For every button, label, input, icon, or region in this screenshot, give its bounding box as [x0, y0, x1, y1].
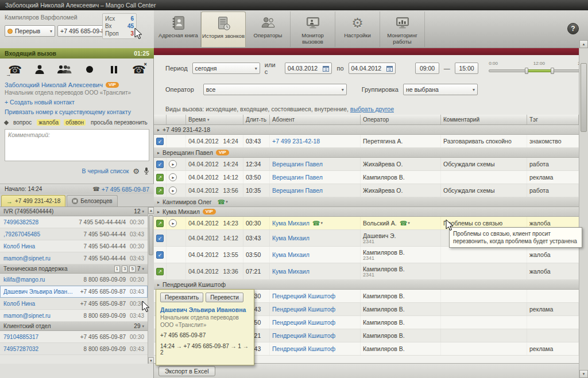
column-header-operator[interactable]: Оператор	[361, 115, 441, 124]
queue-scrollbar[interactable]: ▲ ▼	[148, 207, 154, 364]
queue-caller-link[interactable]: Колоб Нина	[3, 301, 73, 307]
history-row[interactable]: ↙04.04.201214:2403:43+7 499 231-42-18Пер…	[154, 135, 579, 148]
queue-row[interactable]: Колоб Нина7 495 540-44-4400:30	[0, 240, 148, 252]
queue-caller-link[interactable]: 74957287032	[3, 346, 73, 352]
history-row[interactable]: ↗04.04.201213:3607:21Кума МихаилКампиляр…	[154, 263, 579, 280]
transfer-button[interactable]: Перевести	[206, 293, 243, 302]
chevron-down-icon[interactable]: ▾	[142, 267, 144, 271]
scroll-up-icon[interactable]: ▲	[579, 40, 588, 48]
call-action-icon[interactable]: ☎▾	[218, 199, 228, 205]
abonent-link[interactable]: +7 499 231-42-18	[272, 138, 320, 145]
queue-section-header[interactable]: Техническая поддержка1357▾	[0, 264, 148, 274]
slider-handle-start[interactable]	[525, 68, 528, 74]
expand-icon[interactable]: ▸	[157, 127, 160, 133]
expand-icon[interactable]: ▸	[157, 200, 160, 205]
popup-contact-name[interactable]: Дашевич Эльвира Ивановна	[160, 306, 250, 313]
group-header[interactable]: ▸Кантимиров Олег☎▾	[154, 197, 579, 207]
column-header-tag[interactable]: Тэг	[527, 115, 579, 124]
history-row[interactable]: ↗▸04.04.201214:1203:50Верещагин ПавелКам…	[154, 171, 579, 184]
call-action-icon[interactable]: ☎▾	[312, 220, 323, 227]
date-from-input[interactable]: 04.03.2012	[285, 63, 332, 74]
time-range-slider[interactable]: 0:0012:0024:00	[489, 61, 588, 76]
group-header[interactable]: ▸Пендрецкий Кшиштоф	[154, 280, 579, 290]
gear-icon[interactable]: ⚙	[133, 167, 140, 175]
calendar-icon[interactable]	[386, 65, 393, 72]
scroll-down-icon[interactable]: ▼	[148, 357, 154, 364]
expand-icon[interactable]: ▸	[157, 150, 160, 155]
abonent-link[interactable]: Верещагин Павел	[272, 174, 323, 181]
queue-row[interactable]: mamon@sipnet.ru8 800 689-09-0903:43	[0, 310, 148, 322]
transfer-call-button[interactable]: ☎→	[5, 61, 25, 78]
play-record-button[interactable]: ▸	[169, 173, 177, 181]
period-select[interactable]: сегодня ▾	[192, 63, 260, 74]
queue-row[interactable]: kilifa@mango.ru8 800 689-09-0900:30	[0, 274, 148, 286]
scroll-thumb[interactable]	[581, 63, 587, 132]
queue-row[interactable]: Колоб Нина+7 495 685-09-8700:30	[0, 298, 148, 310]
add-participant-button[interactable]	[30, 61, 49, 78]
operator-select[interactable]: все ▾	[203, 84, 347, 95]
nav-item-operators[interactable]: Операторы	[246, 11, 291, 47]
column-header-abonent[interactable]: Абонент	[270, 115, 361, 124]
abonent-link[interactable]: Кума Михаил	[272, 220, 310, 227]
chevron-down-icon[interactable]: ▾	[142, 324, 144, 329]
grouping-select[interactable]: не выбрана ▾	[403, 84, 478, 95]
blacklist-link[interactable]: В черный список	[82, 167, 129, 174]
scroll-down-icon[interactable]: ▼	[579, 370, 588, 378]
slider-handle-end[interactable]	[551, 68, 554, 74]
group-header[interactable]: ▸Кума МихаилVIP	[154, 207, 579, 217]
abonent-link[interactable]: Кума Михаил	[272, 268, 310, 275]
call-tag-chip[interactable]: просьба перезвонить	[89, 119, 149, 126]
call-tag-chip[interactable]: жалоба	[37, 119, 60, 126]
history-row[interactable]: ↙▸04.04.201214:2412:34Верещагин ПавелЖих…	[154, 158, 579, 171]
calendar-icon[interactable]	[323, 65, 329, 72]
queue-caller-link[interactable]: Колоб Нина	[3, 243, 73, 250]
scroll-thumb[interactable]	[149, 215, 153, 255]
queue-section-header[interactable]: Клиентский отдел29▾	[0, 322, 148, 331]
queue-caller-link[interactable]: Дашевич Эльвира Ивановна	[3, 289, 73, 295]
column-header-time[interactable]: Время▾	[186, 115, 243, 124]
abonent-link[interactable]: Пендрецкий Кшиштоф	[272, 345, 335, 352]
abonent-link[interactable]: Кума Михаил	[272, 251, 310, 258]
status-dropdown[interactable]: Перерыв ▾	[5, 25, 55, 37]
queue-row[interactable]: 749963825287 495 540-44-44/400:30	[0, 216, 148, 228]
queue-row[interactable]: 79104885317+7 495 685-09-8700:30	[0, 331, 148, 343]
call-action-icon[interactable]: ☎▾	[400, 220, 410, 227]
abonent-link[interactable]: Пендрецкий Кшиштоф	[272, 332, 335, 339]
group-header[interactable]: ▸+7 499 231-42-18	[154, 125, 579, 135]
nav-item-settings[interactable]: ⚙Настройки	[335, 11, 380, 47]
abonent-link[interactable]: Верещагин Павел	[272, 187, 323, 194]
call-tab[interactable]: Белозерцев	[67, 195, 117, 206]
call-start-number[interactable]: +7 495 685-09-87	[102, 186, 149, 193]
main-scrollbar[interactable]: ▲ ▼	[579, 40, 588, 378]
history-row[interactable]: ↗▸04.04.201213:5610:35Верещагин ПавелЖих…	[154, 184, 579, 197]
nav-item-work-monitoring[interactable]: Мониторинг работы	[380, 11, 425, 47]
nav-item-call-monitor[interactable]: Монитор вызовов	[291, 11, 335, 47]
date-to-input[interactable]: 04.04.2012	[349, 63, 396, 74]
scroll-up-icon[interactable]: ▲	[148, 207, 154, 214]
queue-row[interactable]: mamon@sipnet.ru7 495 540-44-4403:43	[0, 252, 148, 264]
time-to-input[interactable]: 15:00	[455, 63, 478, 74]
queue-row[interactable]: ,792670454857 495 540-44-4403:43	[0, 228, 148, 240]
queue-row[interactable]: 749572870328 800 689-09-0903:43	[0, 343, 148, 355]
hold-button[interactable]	[105, 61, 124, 78]
nav-item-call-history[interactable]: История звонков	[201, 11, 246, 47]
create-contact-link[interactable]: + Создать новый контакт	[5, 99, 75, 106]
microphone-icon[interactable]	[144, 167, 149, 175]
queue-caller-link[interactable]: mamon@sipnet.ru	[3, 255, 73, 262]
queue-caller-link[interactable]: mamon@sipnet.ru	[3, 313, 73, 319]
play-record-button[interactable]: ▸	[169, 160, 177, 168]
queue-section-header[interactable]: IVR (74955404444)12▾	[0, 207, 148, 216]
time-from-input[interactable]: 09:00	[415, 63, 439, 74]
history-row[interactable]: ↙04.04.201213:5503:50Кума МихаилКампиляр…	[154, 247, 579, 263]
nav-item-address-book[interactable]: Адресная книга	[156, 11, 201, 47]
slider-range[interactable]	[527, 69, 552, 72]
play-record-button[interactable]: ▸	[169, 186, 177, 194]
expand-icon[interactable]: ▸	[157, 209, 160, 215]
intercept-button[interactable]: Перехватить	[160, 293, 203, 302]
expand-icon[interactable]: ▸	[157, 282, 160, 287]
comment-input[interactable]	[5, 129, 149, 161]
column-header-comment[interactable]: Комментарий	[441, 115, 527, 124]
hangup-button[interactable]: ☎×	[129, 61, 149, 78]
call-tag-chip[interactable]: обзвон	[64, 119, 86, 126]
abonent-link[interactable]: Пендрецкий Кшиштоф	[272, 293, 335, 299]
